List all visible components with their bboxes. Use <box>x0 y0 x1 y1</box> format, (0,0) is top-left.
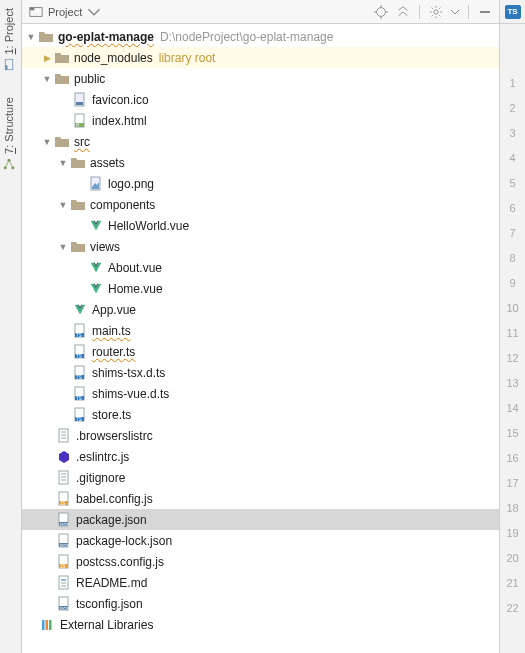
expand-arrow-icon[interactable]: ▼ <box>58 158 68 168</box>
tab-structure[interactable]: 7: Structure <box>0 91 18 176</box>
tree-folder-assets[interactable]: ▼ assets <box>22 152 499 173</box>
svg-rect-15 <box>76 102 83 105</box>
svg-rect-64 <box>46 620 49 630</box>
locate-icon[interactable] <box>373 4 389 20</box>
line-number: 20 <box>500 545 525 570</box>
svg-text:TS: TS <box>76 374 82 379</box>
tree-external-libraries[interactable]: External Libraries <box>22 614 499 635</box>
side-tab-bar: 1: Project 7: Structure <box>0 0 22 653</box>
expand-arrow-icon[interactable]: ▼ <box>42 137 52 147</box>
line-number: 18 <box>500 495 525 520</box>
tree-file[interactable]: JSON package-lock.json <box>22 530 499 551</box>
tab-project[interactable]: 1: Project <box>0 2 18 77</box>
ts-file-icon: TS <box>72 323 88 339</box>
tree-file[interactable]: TS shims-tsx.d.ts <box>22 362 499 383</box>
node-label: External Libraries <box>60 618 153 632</box>
svg-text:JS: JS <box>60 563 65 568</box>
tree-folder-node-modules[interactable]: ▶ node_modules library root <box>22 47 499 68</box>
file-label: shims-tsx.d.ts <box>92 366 165 380</box>
project-toolbar: Project <box>22 0 499 24</box>
ts-file-icon: TS <box>72 407 88 423</box>
line-number: 2 <box>500 95 525 120</box>
svg-point-12 <box>434 9 438 13</box>
tree-file[interactable]: TS router.ts <box>22 341 499 362</box>
expand-arrow-icon[interactable]: ▼ <box>26 32 36 42</box>
folder-icon <box>54 71 70 87</box>
svg-rect-65 <box>49 620 52 630</box>
tree-folder-src[interactable]: ▼ src <box>22 131 499 152</box>
tree-file[interactable]: HelloWorld.vue <box>22 215 499 236</box>
tree-file[interactable]: .eslintrc.js <box>22 446 499 467</box>
chevron-down-icon[interactable] <box>86 4 102 20</box>
line-number: 8 <box>500 245 525 270</box>
tree-file[interactable]: About.vue <box>22 257 499 278</box>
ts-file-icon: TS <box>72 365 88 381</box>
folder-icon <box>70 239 86 255</box>
file-label: babel.config.js <box>76 492 153 506</box>
tree-file[interactable]: README.md <box>22 572 499 593</box>
tree-file[interactable]: JSON tsconfig.json <box>22 593 499 614</box>
line-number: 14 <box>500 395 525 420</box>
ts-badge-icon: TS <box>505 5 521 19</box>
chevron-down-icon[interactable] <box>450 4 460 20</box>
text-file-icon <box>56 428 72 444</box>
tree-file[interactable]: App.vue <box>22 299 499 320</box>
folder-label: public <box>74 72 105 86</box>
file-label: shims-vue.d.ts <box>92 387 169 401</box>
file-label: App.vue <box>92 303 136 317</box>
svg-text:JSON: JSON <box>59 543 69 547</box>
tree-file[interactable]: TS shims-vue.d.ts <box>22 383 499 404</box>
svg-rect-6 <box>30 7 34 10</box>
svg-rect-13 <box>480 11 490 13</box>
tree-file[interactable]: H index.html <box>22 110 499 131</box>
tree-file[interactable]: JS babel.config.js <box>22 488 499 509</box>
tree-folder-views[interactable]: ▼ views <box>22 236 499 257</box>
folder-icon <box>38 29 54 45</box>
tree-file[interactable]: TS main.ts <box>22 320 499 341</box>
vue-file-icon <box>72 302 88 318</box>
svg-rect-63 <box>42 620 45 630</box>
tree-file[interactable]: .gitignore <box>22 467 499 488</box>
ts-file-icon: TS <box>72 386 88 402</box>
tree-file[interactable]: logo.png <box>22 173 499 194</box>
collapse-all-icon[interactable] <box>395 4 411 20</box>
project-tree[interactable]: ▼ go-eplat-manage D:\nodeProject\go-epla… <box>22 24 499 653</box>
tree-file[interactable]: JS postcss.config.js <box>22 551 499 572</box>
gear-icon[interactable] <box>428 4 444 20</box>
file-label: tsconfig.json <box>76 597 143 611</box>
tree-file-package-json[interactable]: JSON package.json <box>22 509 499 530</box>
file-label: main.ts <box>92 324 131 338</box>
file-icon <box>72 92 88 108</box>
file-label: postcss.config.js <box>76 555 164 569</box>
json-file-icon: JSON <box>56 533 72 549</box>
hide-icon[interactable] <box>477 4 493 20</box>
line-numbers: 12345678910111213141516171819202122 <box>500 24 525 620</box>
editor-tab[interactable]: TS <box>500 0 525 24</box>
svg-text:TS: TS <box>76 395 82 400</box>
tree-folder-components[interactable]: ▼ components <box>22 194 499 215</box>
tree-file[interactable]: .browserslistrc <box>22 425 499 446</box>
line-number: 22 <box>500 595 525 620</box>
folder-label: go-eplat-manage <box>58 30 154 44</box>
image-file-icon <box>88 176 104 192</box>
tree-root[interactable]: ▼ go-eplat-manage D:\nodeProject\go-epla… <box>22 26 499 47</box>
tree-file[interactable]: TS store.ts <box>22 404 499 425</box>
line-number: 10 <box>500 295 525 320</box>
folder-icon <box>54 134 70 150</box>
view-selector-label[interactable]: Project <box>48 6 82 18</box>
svg-text:TS: TS <box>76 416 82 421</box>
expand-arrow-icon[interactable]: ▼ <box>58 242 68 252</box>
file-label: store.ts <box>92 408 131 422</box>
vue-file-icon <box>88 218 104 234</box>
expand-arrow-icon[interactable]: ▶ <box>42 53 52 63</box>
file-label: package.json <box>76 513 147 527</box>
tree-folder-public[interactable]: ▼ public <box>22 68 499 89</box>
expand-arrow-icon[interactable]: ▼ <box>42 74 52 84</box>
line-number: 15 <box>500 420 525 445</box>
tree-file[interactable]: Home.vue <box>22 278 499 299</box>
expand-arrow-icon[interactable]: ▼ <box>58 200 68 210</box>
library-icon <box>40 617 56 633</box>
tree-file[interactable]: favicon.ico <box>22 89 499 110</box>
file-label: logo.png <box>108 177 154 191</box>
svg-marker-39 <box>59 451 69 463</box>
